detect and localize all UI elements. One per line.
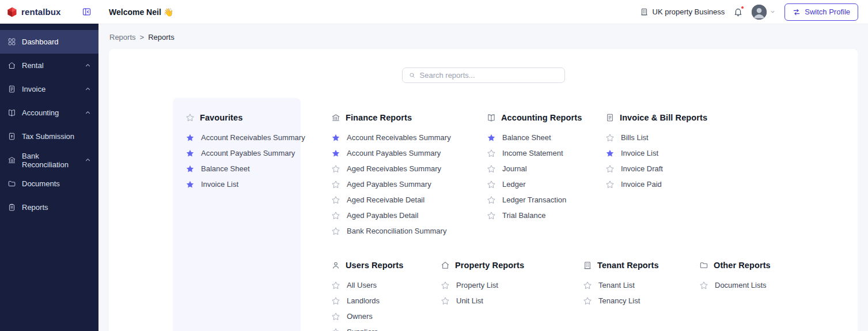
star-filled-icon[interactable] — [331, 149, 340, 158]
sidebar-item-reports[interactable]: Reports — [0, 195, 98, 219]
report-item-aged-payables-summary[interactable]: Aged Payables Summary — [331, 176, 487, 192]
report-item-aged-receivable-detail[interactable]: Aged Receivable Detail — [331, 192, 487, 208]
star-outline-icon[interactable] — [605, 164, 615, 174]
report-item-label[interactable]: Account Receivables Summary — [347, 133, 451, 142]
star-outline-icon[interactable] — [583, 296, 592, 306]
star-outline-icon[interactable] — [441, 281, 450, 290]
report-item-label[interactable]: Income Statement — [502, 149, 563, 157]
star-outline-icon[interactable] — [487, 149, 496, 158]
star-outline-icon[interactable] — [331, 328, 340, 331]
star-outline-icon[interactable] — [441, 296, 450, 306]
star-outline-icon[interactable] — [331, 227, 340, 236]
switch-profile-button[interactable]: Switch Profile — [784, 3, 858, 21]
report-item-label[interactable]: Landlords — [347, 296, 380, 305]
sidebar-item-tax-submission[interactable]: Tax Submission — [0, 125, 98, 148]
star-outline-icon[interactable] — [331, 211, 340, 220]
report-item-document-lists[interactable]: Document Lists — [699, 277, 858, 293]
report-item-property-list[interactable]: Property List — [441, 277, 583, 293]
report-item-label[interactable]: Invoice List — [201, 180, 238, 189]
star-filled-icon[interactable] — [331, 133, 340, 142]
star-outline-icon[interactable] — [699, 281, 708, 290]
report-item-account-payables-summary[interactable]: Account Payables Summary — [185, 145, 290, 161]
report-item-label[interactable]: Account Payables Summary — [347, 149, 441, 157]
report-item-label[interactable]: Bills List — [621, 133, 649, 142]
star-outline-icon[interactable] — [487, 195, 496, 205]
report-item-label[interactable]: Account Receivables Summary — [201, 133, 305, 142]
report-item-balance-sheet[interactable]: Balance Sheet — [185, 161, 290, 176]
report-item-bills-list[interactable]: Bills List — [605, 130, 858, 145]
report-item-label[interactable]: Unit List — [456, 296, 483, 305]
report-item-label[interactable]: Tenant List — [598, 281, 635, 289]
report-item-label[interactable]: Aged Payables Summary — [347, 180, 431, 189]
sidebar-item-rental[interactable]: Rental — [0, 54, 98, 77]
profile-menu[interactable] — [752, 5, 776, 20]
star-outline-icon[interactable] — [331, 180, 340, 189]
sidebar-collapse-button[interactable] — [81, 6, 93, 18]
sidebar-item-accounting[interactable]: Accounting — [0, 101, 98, 125]
report-item-tenant-list[interactable]: Tenant List — [583, 277, 699, 293]
report-item-label[interactable]: Aged Receivables Summary — [347, 164, 441, 173]
sidebar-item-dashboard[interactable]: Dashboard — [0, 30, 98, 54]
report-item-label[interactable]: Ledger Transaction — [502, 195, 566, 204]
search-box[interactable] — [402, 67, 565, 83]
report-item-label[interactable]: Owners — [347, 312, 373, 321]
report-item-aged-receivables-summary[interactable]: Aged Receivables Summary — [331, 161, 487, 176]
report-item-label[interactable]: Document Lists — [715, 281, 767, 289]
report-item-label[interactable]: Trial Balance — [502, 211, 545, 220]
star-filled-icon[interactable] — [185, 180, 195, 189]
report-item-label[interactable]: Ledger — [502, 180, 525, 189]
report-item-label[interactable]: Aged Receivable Detail — [347, 195, 424, 204]
report-item-label[interactable]: Balance Sheet — [201, 164, 250, 173]
sidebar-item-documents[interactable]: Documents — [0, 172, 98, 195]
report-item-label[interactable]: Aged Payables Detail — [347, 211, 418, 220]
report-item-label[interactable]: Suppliers — [347, 328, 378, 331]
report-item-journal[interactable]: Journal — [487, 161, 605, 176]
report-item-unit-list[interactable]: Unit List — [441, 293, 583, 309]
report-item-bank-reconciliation-summary[interactable]: Bank Reconciliation Summary — [331, 223, 487, 239]
report-item-income-statement[interactable]: Income Statement — [487, 145, 605, 161]
report-item-ledger[interactable]: Ledger — [487, 176, 605, 192]
star-outline-icon[interactable] — [605, 133, 615, 142]
report-item-ledger-transaction[interactable]: Ledger Transaction — [487, 192, 605, 208]
report-item-aged-payables-detail[interactable]: Aged Payables Detail — [331, 208, 487, 223]
report-item-invoice-paid[interactable]: Invoice Paid — [605, 176, 858, 192]
report-item-label[interactable]: Invoice Draft — [621, 164, 663, 173]
report-item-owners[interactable]: Owners — [331, 309, 441, 324]
sidebar-item-invoice[interactable]: Invoice — [0, 77, 98, 101]
star-filled-icon[interactable] — [605, 149, 615, 158]
breadcrumb-parent[interactable]: Reports — [109, 33, 136, 42]
star-filled-icon[interactable] — [185, 133, 195, 142]
star-outline-icon[interactable] — [331, 281, 340, 290]
report-item-label[interactable]: Account Payables Summary — [201, 149, 295, 157]
star-filled-icon[interactable] — [185, 164, 195, 174]
avatar[interactable] — [752, 5, 767, 20]
report-item-label[interactable]: Invoice List — [621, 149, 658, 157]
rentalbux-logo[interactable]: rentalbux — [6, 6, 60, 18]
report-item-invoice-draft[interactable]: Invoice Draft — [605, 161, 858, 176]
star-filled-icon[interactable] — [185, 149, 195, 158]
report-item-trial-balance[interactable]: Trial Balance — [487, 208, 605, 223]
report-item-account-receivables-summary[interactable]: Account Receivables Summary — [185, 130, 290, 145]
report-item-label[interactable]: Journal — [502, 164, 527, 173]
report-item-label[interactable]: Property List — [456, 281, 498, 289]
star-outline-icon[interactable] — [331, 312, 340, 321]
star-outline-icon[interactable] — [605, 180, 615, 189]
report-item-tenancy-list[interactable]: Tenancy List — [583, 293, 699, 309]
report-item-landlords[interactable]: Landlords — [331, 293, 441, 309]
star-outline-icon[interactable] — [487, 180, 496, 189]
report-item-all-users[interactable]: All Users — [331, 277, 441, 293]
star-outline-icon[interactable] — [583, 281, 592, 290]
notifications-button[interactable] — [733, 7, 743, 17]
star-outline-icon[interactable] — [331, 296, 340, 306]
report-item-label[interactable]: Bank Reconciliation Summary — [347, 227, 446, 235]
search-input[interactable] — [420, 71, 559, 80]
report-item-label[interactable]: Tenancy List — [598, 296, 640, 305]
sidebar-item-bank-reconciliation[interactable]: Bank Reconciliation — [0, 148, 98, 172]
star-outline-icon[interactable] — [331, 164, 340, 174]
star-filled-icon[interactable] — [487, 133, 496, 142]
report-item-label[interactable]: All Users — [347, 281, 377, 289]
business-selector[interactable]: UK property Business — [640, 7, 725, 16]
report-item-invoice-list[interactable]: Invoice List — [605, 145, 858, 161]
report-item-account-payables-summary[interactable]: Account Payables Summary — [331, 145, 487, 161]
report-item-balance-sheet[interactable]: Balance Sheet — [487, 130, 605, 145]
